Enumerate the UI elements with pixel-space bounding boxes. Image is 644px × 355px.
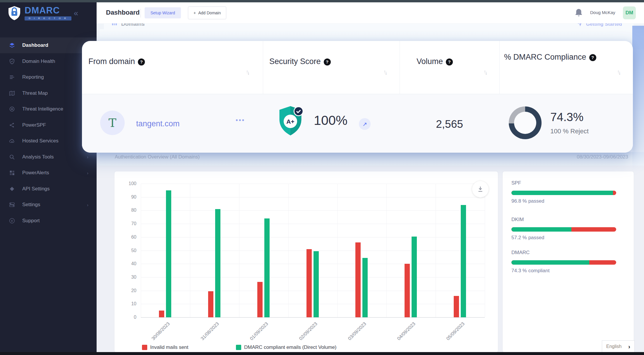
row-actions-menu[interactable]: ••• <box>236 116 245 124</box>
sidebar-item-settings[interactable]: Settings› <box>0 197 97 213</box>
summary-caption: 74.3 % compliant <box>511 268 549 274</box>
sidebar-item-label: Hosted Services <box>22 138 59 144</box>
summary-bar-spf <box>511 191 616 195</box>
gridline <box>141 224 485 224</box>
auth-overview-date-range: 08/30/2023-09/06/2023 <box>556 154 628 160</box>
plus-icon: + <box>193 11 196 15</box>
security-score-value: 100% <box>314 113 347 128</box>
sidebar-item-label: Settings <box>22 202 40 208</box>
bar-compliant-03/09/2023 <box>362 258 368 317</box>
legend-item[interactable]: DMARC compliant emails (Direct Volume) <box>236 344 337 350</box>
bar-compliant-30/08/2023 <box>166 190 171 317</box>
score-detail-arrow-button[interactable]: ↗ <box>359 118 371 130</box>
add-domain-button[interactable]: +Add Domain <box>188 6 226 19</box>
compliance-note: 100 % Reject <box>550 127 589 135</box>
diamond-icon <box>9 186 15 192</box>
x-axis-label: 04/09/2023 <box>381 321 417 355</box>
y-axis-tick: 0 <box>116 314 136 320</box>
user-name[interactable]: Doug McKay <box>590 10 615 15</box>
auth-summary-card: SPF96.8 % passedDKIM57.2 % passedDMARC74… <box>502 171 634 353</box>
window-top-strip <box>0 0 644 2</box>
grid-icon <box>9 170 15 176</box>
search-icon <box>9 154 15 160</box>
chart-download-button[interactable] <box>472 181 489 197</box>
y-axis-tick: 10 <box>116 301 136 307</box>
getting-started-link[interactable]: Getting Started <box>576 23 635 30</box>
column-label: % DMARC Compliance <box>504 53 586 61</box>
sidebar-item-analysis-tools[interactable]: Analysis Tools› <box>0 149 97 165</box>
column-header-security-score[interactable]: Security Score? <box>269 57 392 66</box>
help-icon[interactable]: ? <box>324 58 331 66</box>
sort-arrows-icon: ↑↓ <box>484 69 487 75</box>
language-picker[interactable]: English › <box>602 340 635 353</box>
bar-compliant-02/09/2023 <box>314 251 319 317</box>
summary-caption: 96.8 % passed <box>511 198 544 204</box>
column-header-from-domain[interactable]: From domain? <box>88 57 211 66</box>
lines-icon <box>9 74 15 80</box>
sidebar-item-label: Domain Health <box>22 58 55 64</box>
y-axis-tick: 50 <box>116 248 136 254</box>
sidebar-collapse-button[interactable]: « <box>74 9 78 18</box>
help-icon[interactable]: ? <box>589 54 596 61</box>
sidebar-item-label: Analysis Tools <box>22 154 54 160</box>
vertical-gridline <box>386 184 387 317</box>
bar-invalid-31/08/2023 <box>208 291 213 317</box>
summary-bar-dmarc <box>511 260 616 265</box>
domains-panel-title: Domains <box>121 23 145 27</box>
sidebar-item-label: Threat Intelligence <box>22 106 63 112</box>
bar-compliant-01/09/2023 <box>264 218 270 317</box>
add-domain-label: Add Domain <box>198 11 221 15</box>
legend-label: Invalid mails sent <box>150 344 188 350</box>
sidebar-item-label: Support <box>22 218 40 224</box>
sidebar-item-label: Threat Map <box>22 90 48 96</box>
domains-panel-header: Domains <box>111 23 199 30</box>
window-bottom-strip <box>0 352 644 355</box>
column-header--dmarc-compliance[interactable]: % DMARC Compliance? <box>504 53 604 62</box>
domain-avatar: T <box>100 111 125 135</box>
bar-invalid-30/08/2023 <box>159 311 164 317</box>
toggles-icon <box>9 201 15 208</box>
column-header-volume[interactable]: Volume? <box>417 57 493 66</box>
user-avatar[interactable]: DM <box>623 6 636 19</box>
bar-compliant-05/09/2023 <box>461 205 466 317</box>
x-axis-label: 03/09/2023 <box>331 321 367 355</box>
gridline <box>141 184 485 184</box>
vertical-gridline <box>485 184 485 317</box>
sidebar-item-poweralerts[interactable]: PowerAlerts› <box>0 165 97 181</box>
chevron-right-icon: › <box>628 343 630 350</box>
vertical-gridline <box>141 184 141 317</box>
help-icon[interactable]: ? <box>138 58 145 66</box>
sort-arrows-icon: ↑↓ <box>617 69 621 75</box>
language-label: English <box>606 344 621 349</box>
column-label: From domain <box>88 57 135 66</box>
topbar: Dashboard Setup Wizard +Add Domain Doug … <box>97 2 644 24</box>
sidebar-item-support[interactable]: Support <box>0 213 97 229</box>
sidebar-item-label: Dashboard <box>22 42 48 48</box>
legend-swatch <box>236 345 241 350</box>
chevron-right-icon: › <box>87 170 88 175</box>
gridline <box>141 264 485 264</box>
sidebar-item-api-settings[interactable]: API Settings <box>0 181 97 197</box>
vertical-gridline <box>239 184 239 317</box>
legend-swatch <box>142 345 147 350</box>
gridline <box>141 197 485 197</box>
column-label: Security Score <box>269 57 321 66</box>
help-icon[interactable]: ? <box>446 58 453 66</box>
notifications-bell-icon[interactable] <box>574 8 583 19</box>
bar-compliant-31/08/2023 <box>215 209 220 317</box>
y-axis-tick: 60 <box>116 234 136 240</box>
gridline <box>141 304 485 304</box>
gridline <box>141 237 485 237</box>
security-grade-shield-icon: A+ <box>276 105 304 137</box>
volume-value: 2,565 <box>400 118 499 130</box>
gridline <box>141 317 485 318</box>
setup-wizard-button[interactable]: Setup Wizard <box>145 7 181 18</box>
domain-link[interactable]: tangent.com <box>136 119 180 128</box>
page-title: Dashboard <box>106 9 140 16</box>
chevron-right-icon: › <box>87 154 88 159</box>
vertical-gridline <box>288 184 289 317</box>
legend-item[interactable]: Invalid mails sent <box>142 344 188 350</box>
summary-bar-fill <box>511 191 613 195</box>
bar-invalid-02/09/2023 <box>306 249 312 317</box>
summary-label-dkim: DKIM <box>511 217 524 223</box>
